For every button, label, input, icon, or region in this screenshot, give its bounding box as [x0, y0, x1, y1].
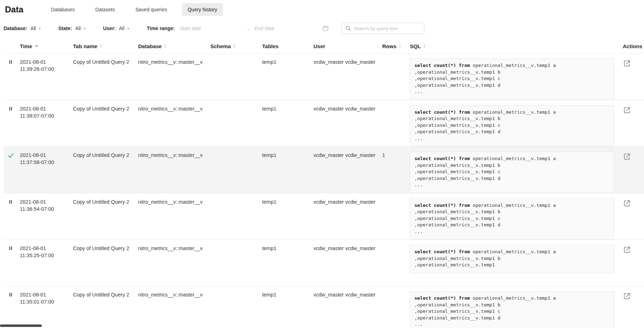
sql-preview[interactable]: select count(*) from operational_metrics… [410, 245, 614, 273]
tables-cell: temp1 [262, 58, 313, 66]
state-success-icon [8, 153, 13, 160]
user-cell: vcdw_master vcdw_master [313, 58, 382, 66]
tab-databases[interactable]: Databases [45, 3, 80, 16]
database-cell: nitro_metrics__v::master__v [138, 105, 210, 112]
column-label: Schema [210, 43, 231, 49]
sort-icon[interactable] [423, 44, 425, 48]
column-header-user: User [313, 43, 382, 49]
time-cell: 2021-08-0111:37:58-07:00 [20, 152, 73, 166]
sort-icon[interactable] [233, 44, 236, 48]
column-header-sql[interactable]: SQL [410, 43, 618, 49]
database-cell: nitro_metrics__v::master__v [138, 291, 210, 298]
database-filter: Database: All [4, 26, 41, 31]
user-cell: vcdw_master vcdw_master [313, 198, 382, 205]
column-label: Time [20, 43, 32, 49]
open-in-sqllab-icon[interactable] [623, 292, 631, 300]
state-filter: State: All [58, 26, 86, 31]
database-cell: nitro_metrics__v::master__v [138, 198, 210, 205]
user-filter-label: User: [103, 26, 116, 31]
range-arrow-icon: → [245, 26, 251, 32]
time-cell: 2021-08-0111:39:26-07:00 [20, 58, 73, 73]
column-header-schema[interactable]: Schema [210, 43, 262, 49]
column-label: Tables [262, 43, 278, 49]
state-pending-icon [9, 293, 12, 296]
tab-saved-queries[interactable]: Saved queries [130, 3, 173, 16]
sort-icon[interactable] [164, 44, 166, 48]
tab-name-cell: Copy of Untitled Query 2 [73, 198, 138, 205]
table-row: 2021-08-0111:36:54-07:00 Copy of Untitle… [4, 193, 644, 240]
horizontal-scrollbar-thumb[interactable] [0, 324, 42, 327]
chevron-down-icon [83, 28, 86, 30]
open-in-sqllab-icon[interactable] [623, 152, 631, 161]
sql-preview[interactable]: select count(*) from operational_metrics… [410, 152, 614, 193]
tab-datasets[interactable]: Datasets [90, 3, 120, 16]
user-cell: vcdw_master vcdw_master [313, 245, 382, 252]
search-box[interactable] [341, 23, 424, 34]
database-cell: nitro_metrics__v::master__v [138, 152, 210, 159]
state-filter-label: State: [58, 26, 72, 31]
sort-icon[interactable] [399, 44, 401, 48]
open-in-sqllab-icon[interactable] [623, 59, 631, 68]
query-history-table: Time Tab name Database Schema Tables Use… [0, 39, 644, 328]
open-in-sqllab-icon[interactable] [623, 106, 631, 114]
column-header-time[interactable]: Time [20, 43, 73, 49]
time-range-filter: Time range: → [147, 25, 329, 32]
state-filter-select[interactable]: All [75, 26, 86, 31]
table-row: 2021-08-0111:37:58-07:00 Copy of Untitle… [4, 146, 644, 193]
open-in-sqllab-icon[interactable] [623, 199, 631, 208]
sql-preview[interactable]: select count(*) from operational_metrics… [410, 105, 614, 147]
end-date-input[interactable] [254, 26, 320, 31]
sort-desc-icon[interactable] [35, 45, 38, 47]
state-pending-icon [9, 107, 12, 111]
user-filter-select[interactable]: All [119, 26, 130, 31]
sql-preview[interactable]: select count(*) from operational_metrics… [410, 58, 614, 100]
column-label: Rows [382, 43, 396, 49]
database-cell: nitro_metrics__v::master__v [138, 245, 210, 252]
rows-cell: 1 [382, 152, 410, 159]
column-header-database[interactable]: Database [138, 43, 210, 49]
database-cell: nitro_metrics__v::master__v [138, 58, 210, 66]
search-icon [345, 26, 351, 31]
sql-preview[interactable]: select count(*) from operational_metrics… [410, 291, 614, 328]
user-cell: vcdw_master vcdw_master [313, 291, 382, 298]
tables-cell: temp1 [262, 245, 313, 252]
time-cell: 2021-08-0111:35:01-07:00 [20, 291, 73, 305]
time-cell: 2021-08-0111:36:54-07:00 [20, 198, 73, 213]
column-label: SQL [410, 43, 421, 49]
tables-cell: temp1 [262, 291, 313, 298]
search-input[interactable] [354, 26, 420, 31]
tab-name-cell: Copy of Untitled Query 2 [73, 245, 138, 252]
table-row: 2021-08-0111:39:26-07:00 Copy of Untitle… [4, 53, 644, 100]
tab-name-cell: Copy of Untitled Query 2 [73, 58, 138, 66]
column-label: Tab name [73, 43, 97, 49]
open-in-sqllab-icon[interactable] [623, 245, 631, 254]
state-pending-icon [9, 200, 12, 204]
column-label: Database [138, 43, 162, 49]
sort-icon[interactable] [100, 44, 102, 48]
time-range-filter-label: Time range: [147, 26, 175, 31]
state-pending-icon [9, 247, 12, 250]
database-filter-select[interactable]: All [30, 26, 41, 31]
table-header-row: Time Tab name Database Schema Tables Use… [4, 39, 644, 53]
tab-name-cell: Copy of Untitled Query 2 [73, 152, 138, 159]
user-cell: vcdw_master vcdw_master [313, 105, 382, 112]
calendar-icon[interactable] [322, 25, 329, 32]
page-title: Data [5, 5, 23, 15]
table-row: 2021-08-0111:35:01-07:00 Copy of Untitle… [4, 286, 644, 328]
tables-cell: temp1 [262, 152, 313, 159]
chevron-down-icon [127, 28, 130, 30]
tab-name-cell: Copy of Untitled Query 2 [73, 105, 138, 112]
column-header-rows[interactable]: Rows [382, 43, 410, 49]
database-filter-label: Database: [4, 26, 27, 31]
top-nav-bar: Data Databases Datasets Saved queries Qu… [0, 0, 644, 18]
state-pending-icon [9, 60, 12, 64]
time-cell: 2021-08-0111:38:07-07:00 [20, 105, 73, 119]
tab-query-history[interactable]: Query history [182, 3, 223, 16]
user-cell: vcdw_master vcdw_master [313, 152, 382, 159]
start-date-input[interactable] [180, 26, 245, 31]
column-header-tables: Tables [262, 43, 313, 49]
time-cell: 2021-08-0111:35:25-07:00 [20, 245, 73, 259]
sql-preview[interactable]: select count(*) from operational_metrics… [410, 198, 614, 240]
column-header-tab-name[interactable]: Tab name [73, 43, 138, 49]
table-row: 2021-08-0111:38:07-07:00 Copy of Untitle… [4, 100, 644, 147]
